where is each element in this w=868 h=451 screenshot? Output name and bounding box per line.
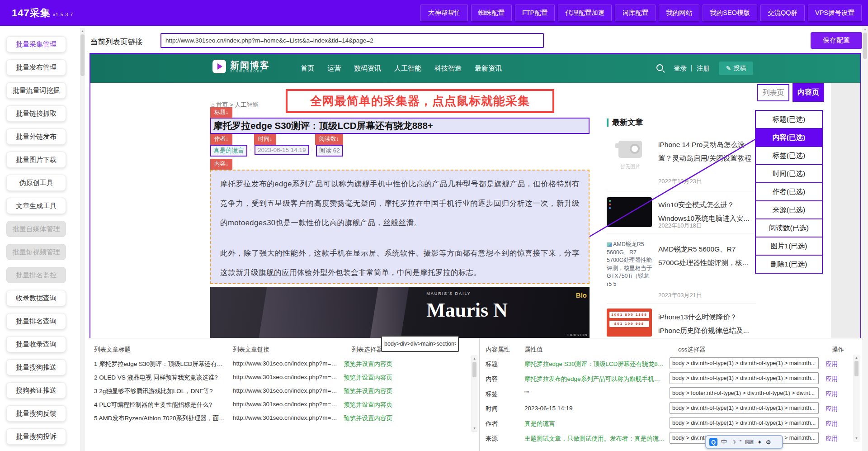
ime-keyboard-icon[interactable]: ⌨ — [745, 439, 754, 446]
selector-title-button[interactable]: 标题(已选) — [755, 110, 823, 129]
site-nav-tech[interactable]: 科技智造 — [434, 64, 462, 73]
apply-button[interactable]: 应用 — [826, 375, 838, 383]
sidebar-item-index-query[interactable]: 批量收录查询 — [6, 336, 66, 352]
css-selector-input[interactable] — [670, 357, 819, 369]
latest-item-title[interactable]: iPhone 14 Pro灵动岛怎么设置？灵动岛启用/关闭设置教程 — [658, 138, 752, 165]
selector-image1-button[interactable]: 图片1(已选) — [755, 237, 823, 256]
preview-set-content-link[interactable]: 预览并设置内容页 — [344, 387, 392, 395]
topnav-proxy-config[interactable]: 代理配置加速 — [558, 5, 612, 21]
scrollbar-thumb[interactable] — [863, 33, 867, 59]
topnav-my-sites[interactable]: 我的网站 — [659, 5, 699, 21]
search-icon[interactable] — [656, 64, 663, 71]
topnav-qq-group[interactable]: 交流QQ群 — [760, 5, 805, 21]
sidebar-item-index-data-query[interactable]: 收录数据查询 — [6, 290, 66, 306]
tab-list-page[interactable]: 列表页 — [757, 84, 789, 101]
list-row-link[interactable]: http://www.301seo.cn/index.php?m=home&c=… — [233, 387, 340, 394]
topnav-seo-templates[interactable]: 我的SEO模版 — [703, 5, 757, 21]
scroll-up-icon[interactable]: ▲ — [80, 28, 85, 33]
time-field-tag[interactable]: 时间↓ — [254, 134, 276, 145]
selector-tags-button[interactable]: 标签(已选) — [755, 146, 823, 165]
sidebar-item-article-generator[interactable]: 文章生成工具 — [6, 198, 66, 214]
scroll-down-icon[interactable]: ▼ — [472, 426, 477, 431]
register-link[interactable]: 注册 — [697, 64, 710, 73]
reads-field-tag[interactable]: 阅读数↓ — [315, 134, 343, 145]
site-nav-latest[interactable]: 最新资讯 — [475, 64, 502, 73]
ime-logo-icon[interactable]: Q — [709, 438, 717, 446]
css-selector-input[interactable] — [670, 372, 819, 384]
topnav-ftp-config[interactable]: FTP配置 — [515, 5, 555, 21]
topnav-vps-dial[interactable]: VPS拨号设置 — [808, 5, 862, 21]
scroll-up-icon[interactable]: ▲ — [472, 356, 477, 361]
selector-reads-button[interactable]: 阅读数(已选) — [755, 218, 823, 237]
latest-item-title[interactable]: Win10安全模式怎么进？Windows10系统电脑进入安... — [658, 198, 752, 225]
ime-skin-icon[interactable]: ✦ — [757, 439, 762, 446]
sidebar-item-sogou-push[interactable]: 批量搜狗推送 — [6, 359, 66, 375]
topnav-help[interactable]: 大神帮帮忙 — [420, 5, 468, 21]
article-content-selection[interactable]: 摩托罗拉发布的edge系列产品可以称为旗舰手机中性价比高的产品几种型号都是旗舰产… — [210, 170, 590, 284]
article-title-selection[interactable]: 摩托罗拉edge S30测评：顶级LCD屏幕还有骁龙888+ — [210, 118, 590, 134]
css-selector-input[interactable] — [670, 387, 819, 399]
scrollbar-thumb[interactable] — [854, 361, 859, 376]
sidebar-item-batch-publish[interactable]: 批量发布管理 — [6, 59, 66, 76]
sidebar-item-pseudo-original[interactable]: 伪原创工具 — [6, 175, 66, 191]
site-nav-digital[interactable]: 数码资讯 — [354, 64, 381, 73]
sidebar-item-backlink-publish[interactable]: 批量外链发布 — [6, 128, 66, 145]
submit-post-button[interactable]: ✎ 投稿 — [719, 62, 753, 75]
css-selector-input[interactable] — [670, 402, 819, 414]
apply-button[interactable]: 应用 — [826, 435, 838, 443]
article-time-selection[interactable]: 2023-06-15 14:19 — [255, 145, 309, 155]
scroll-up-icon[interactable]: ▲ — [854, 355, 859, 361]
selector-source-button[interactable]: 来源(已选) — [755, 200, 823, 219]
list-row-link[interactable]: http://www.301seo.cn/index.php?m=home&c=… — [233, 414, 340, 421]
window-scrollbar[interactable]: ▲ — [862, 26, 868, 451]
article-author-selection[interactable]: 真是的谎言 — [210, 145, 247, 157]
latest-item-thumbnail[interactable] — [607, 197, 652, 227]
apply-button[interactable]: 应用 — [826, 405, 838, 413]
sidebar-item-batch-collect[interactable]: 批量采集管理 — [6, 36, 66, 52]
list-table-scrollbar[interactable]: ▲ ▼ — [472, 356, 477, 432]
save-config-button[interactable]: 保存配置 — [811, 32, 862, 49]
scroll-down-icon[interactable]: ▼ — [854, 436, 859, 441]
sidebar-item-keyword-mining[interactable]: 批量流量词挖掘 — [6, 82, 66, 99]
topnav-lexicon-config[interactable]: 词库配置 — [615, 5, 656, 21]
selector-time-button[interactable]: 时间(已选) — [755, 164, 823, 183]
apply-button[interactable]: 应用 — [826, 420, 838, 428]
sidebar-item-sogou-complaint[interactable]: 批量搜狗投诉 — [6, 428, 66, 445]
sidebar-item-rank-query[interactable]: 批量排名查询 — [6, 313, 66, 329]
list-row-link[interactable]: http://www.301seo.cn/index.php?m=home&c=… — [233, 360, 340, 367]
latest-item-thumbnail[interactable]: 1001 800 1399 801 100 998 — [607, 309, 652, 337]
scrollbar-thumb[interactable] — [80, 34, 85, 76]
sidebar-item-link-grab[interactable]: 批量链接抓取 — [6, 105, 66, 122]
selector-author-button[interactable]: 作者(已选) — [755, 182, 823, 201]
login-link[interactable]: 登录 — [674, 64, 687, 73]
preview-set-content-link[interactable]: 预览并设置内容页 — [344, 360, 392, 368]
selector-content-button[interactable]: 内容(已选) — [755, 128, 823, 147]
preview-set-content-link[interactable]: 预览并设置内容页 — [344, 401, 392, 409]
preview-set-content-link[interactable]: 预览并设置内容页 — [344, 374, 392, 382]
site-nav-operation[interactable]: 运营 — [327, 64, 341, 73]
preview-set-content-link[interactable]: 预览并设置内容页 — [344, 414, 392, 423]
ime-settings-icon[interactable]: ⚙ — [766, 439, 771, 446]
scrollbar-thumb[interactable] — [472, 362, 476, 377]
list-selector-input[interactable] — [381, 336, 459, 352]
sidebar-item-sogou-verify-push[interactable]: 搜狗验证推送 — [6, 382, 66, 399]
scroll-up-icon[interactable]: ▲ — [862, 26, 868, 31]
ime-chinese-mode-icon[interactable]: 中 — [721, 438, 727, 446]
topnav-spider-config[interactable]: 蜘蛛配置 — [471, 5, 512, 21]
content-table-scrollbar[interactable]: ▲ ▼ — [854, 355, 859, 442]
title-field-tag[interactable]: 标题↓ — [210, 107, 232, 118]
site-nav-ai[interactable]: 人工智能 — [394, 64, 421, 73]
tab-content-page[interactable]: 内容页 — [793, 83, 824, 102]
css-selector-input[interactable] — [670, 417, 819, 429]
ime-moon-icon[interactable]: ☽ — [731, 439, 736, 446]
article-reads-selection[interactable]: 阅读 62 — [316, 145, 343, 157]
latest-item-title[interactable]: AMD锐龙R5 5600G、R7 5700G处理器性能评测，核... — [658, 242, 752, 270]
breadcrumb-category[interactable]: 人工智能 — [235, 101, 258, 108]
latest-item-title[interactable]: iPhone13什么时候降价？iPhone历史降价规律总结及... — [658, 310, 752, 337]
list-row-link[interactable]: http://www.301seo.cn/index.php?m=home&c=… — [233, 401, 340, 408]
sidebar-item-sogou-feedback[interactable]: 批量搜狗反馈 — [6, 405, 66, 422]
sidebar-item-image-download[interactable]: 批量图片下载 — [6, 152, 66, 168]
list-url-input[interactable] — [160, 33, 544, 48]
apply-button[interactable]: 应用 — [826, 390, 838, 398]
apply-button[interactable]: 应用 — [826, 360, 838, 368]
